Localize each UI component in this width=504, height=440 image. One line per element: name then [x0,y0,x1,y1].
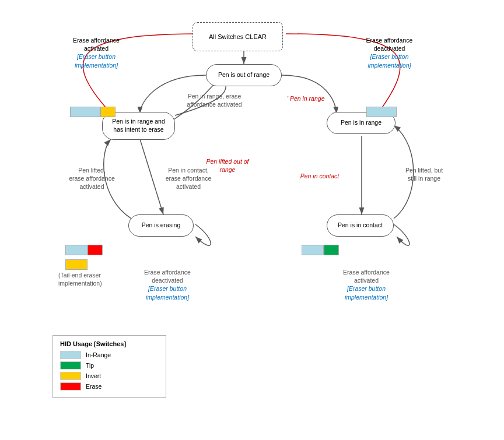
label-erase-deactivated-right: Erase affordancedeactivated[Eraser butto… [347,36,432,69]
label-pen-in-contact-right: Pen in contact [296,172,343,180]
bar-group-top-left [70,107,116,117]
label-erase-deactivated-below: Erase affordancedeactivated[Eraser butto… [130,268,205,301]
legend-label-inrange: In-Range [86,351,111,358]
pen-erasing-node: Pen is erasing [128,214,194,237]
legend-label-erase: Erase [86,383,102,390]
all-switches-clear-node: All Switches CLEAR [192,22,283,51]
bar-green-1 [324,245,339,255]
legend-row-invert: Invert [60,372,159,380]
legend-label-tip: Tip [86,362,94,369]
diagram: All Switches CLEAR Pen is out of range P… [0,0,504,440]
legend-row-erase: Erase [60,382,159,390]
bar-blue-3 [65,245,88,255]
bar-blue-2 [366,107,397,117]
pen-out-of-range-node: Pen is out of range [206,64,282,86]
legend-label-invert: Invert [86,372,101,379]
bar-group-top-right [366,107,397,117]
bar-group-mid-right [302,245,339,255]
label-pen-in-contact-erase: Pen in contact,erase affordanceactivated [150,166,226,191]
label-tail-end: (Tail-end eraserimplementation) [58,271,134,287]
bar-yellow-1 [100,107,116,117]
label-erase-activated-below-right: Erase affordanceactivated[Eraser buttoni… [326,268,407,301]
legend-row-inrange: In-Range [60,351,159,359]
bar-group-yellow-bottom [65,259,88,270]
bar-yellow-2 [65,259,88,270]
bar-red-1 [88,245,103,255]
legend-color-tip [60,361,81,369]
legend-color-invert [60,372,81,380]
legend: HID Usage [Switches] In-Range Tip Invert… [52,335,166,398]
bar-group-mid-left [65,245,103,255]
label-erase-activated-left: Erase affordanceactivated[Eraser buttoni… [58,36,134,69]
legend-color-erase [60,382,81,390]
label-pen-in-range-erase: Pen in range, eraseaffordance activated [169,92,260,108]
label-pen-lifted-still-range: Pen lifted, butstill in range [392,166,456,182]
pen-in-contact-node: Pen is in contact [327,214,394,237]
legend-title: HID Usage [Switches] [60,340,159,347]
legend-color-inrange [60,351,81,359]
bar-blue-4 [302,245,324,255]
bar-blue-1 [70,107,100,117]
label-pen-lifted-erase: Pen lifted,erase affordanceactivated [58,166,125,191]
label-pen-in-range: ' Pen in range [287,94,331,103]
legend-row-tip: Tip [60,361,159,369]
